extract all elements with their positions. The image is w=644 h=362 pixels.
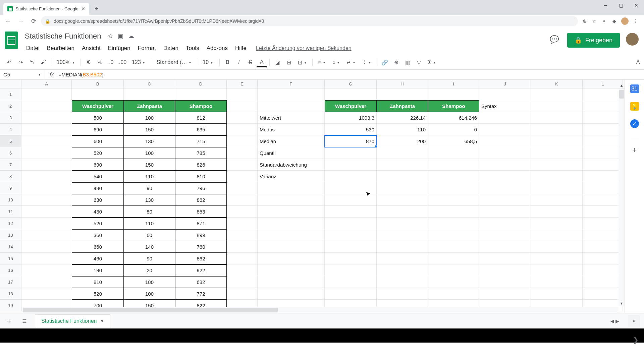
sheet-next-button[interactable]: ▶	[615, 318, 619, 324]
cell-E2[interactable]	[227, 100, 258, 112]
cell-L5[interactable]	[583, 135, 623, 147]
cell-B2[interactable]: Waschpulver	[72, 100, 124, 112]
cell-H5[interactable]: 200	[377, 135, 428, 147]
cell-J4[interactable]	[479, 124, 531, 135]
cell-H4[interactable]: 110	[377, 124, 428, 135]
cell-E10[interactable]	[227, 194, 258, 206]
col-header-a[interactable]: A	[21, 80, 72, 88]
sheets-logo[interactable]	[3, 30, 20, 55]
star-icon[interactable]: ☆	[591, 18, 597, 24]
cell-F18[interactable]	[258, 288, 325, 300]
cell-L14[interactable]	[583, 241, 623, 253]
cell-L8[interactable]	[583, 171, 623, 182]
cell-F16[interactable]	[258, 264, 325, 276]
cell-E13[interactable]	[227, 229, 258, 241]
cell-H11[interactable]	[377, 206, 428, 218]
col-header-k[interactable]: K	[531, 80, 583, 88]
col-header-g[interactable]: G	[325, 80, 377, 88]
cell-D4[interactable]: 635	[175, 124, 227, 135]
cell-L4[interactable]	[583, 124, 623, 135]
cell-C11[interactable]: 80	[124, 206, 175, 218]
cell-B15[interactable]: 460	[72, 253, 124, 264]
cell-D16[interactable]: 922	[175, 264, 227, 276]
cell-H16[interactable]	[377, 264, 428, 276]
cell-L16[interactable]	[583, 264, 623, 276]
cell-H7[interactable]	[377, 159, 428, 171]
cell-D18[interactable]: 772	[175, 288, 227, 300]
cell-F2[interactable]	[258, 100, 325, 112]
cell-I18[interactable]	[428, 288, 479, 300]
cell-A11[interactable]	[21, 206, 72, 218]
cell-C8[interactable]: 110	[124, 171, 175, 182]
cell-L7[interactable]	[583, 159, 623, 171]
strikethrough-button[interactable]: S	[245, 57, 255, 67]
cell-A4[interactable]	[21, 124, 72, 135]
cell-B16[interactable]: 190	[72, 264, 124, 276]
cell-K10[interactable]	[531, 194, 583, 206]
cell-I15[interactable]	[428, 253, 479, 264]
row-header-4[interactable]: 4	[0, 124, 21, 135]
select-all-corner[interactable]	[0, 80, 21, 88]
cell-J16[interactable]	[479, 264, 531, 276]
cell-H14[interactable]	[377, 241, 428, 253]
borders-button[interactable]: ⊞	[284, 57, 294, 67]
cell-G10[interactable]	[325, 194, 377, 206]
cell-H8[interactable]	[377, 171, 428, 182]
cell-G9[interactable]	[325, 182, 377, 194]
cell-F1[interactable]	[258, 88, 325, 100]
cell-K14[interactable]	[531, 241, 583, 253]
cell-L12[interactable]	[583, 218, 623, 229]
menu-datei[interactable]: Datei	[23, 44, 43, 53]
cell-C10[interactable]: 130	[124, 194, 175, 206]
share-button[interactable]: 🔒 Freigeben	[567, 33, 620, 48]
cell-L18[interactable]	[583, 288, 623, 300]
cell-K2[interactable]	[531, 100, 583, 112]
cell-G14[interactable]	[325, 241, 377, 253]
extensions-icon[interactable]: ✦	[601, 18, 607, 24]
cell-C2[interactable]: Zahnpasta	[124, 100, 175, 112]
cell-D14[interactable]: 760	[175, 241, 227, 253]
cell-J11[interactable]	[479, 206, 531, 218]
cell-D9[interactable]: 796	[175, 182, 227, 194]
row-header-18[interactable]: 18	[0, 288, 21, 300]
cell-D10[interactable]: 862	[175, 194, 227, 206]
move-icon[interactable]: ▣	[118, 33, 123, 40]
cell-J17[interactable]	[479, 276, 531, 288]
cell-E3[interactable]	[227, 112, 258, 124]
cell-G7[interactable]	[325, 159, 377, 171]
cell-I5[interactable]: 658,5	[428, 135, 479, 147]
cell-B7[interactable]: 690	[72, 159, 124, 171]
cell-F10[interactable]	[258, 194, 325, 206]
maximize-button[interactable]: ▢	[613, 0, 629, 11]
col-header-b[interactable]: B	[72, 80, 124, 88]
cell-E17[interactable]	[227, 276, 258, 288]
close-tab-icon[interactable]: ✕	[81, 6, 85, 11]
cell-H12[interactable]	[377, 218, 428, 229]
col-header-l[interactable]: L	[583, 80, 623, 88]
cell-D17[interactable]: 682	[175, 276, 227, 288]
row-header-7[interactable]: 7	[0, 159, 21, 171]
cell-B10[interactable]: 630	[72, 194, 124, 206]
functions-button[interactable]: Σ▼	[425, 59, 439, 65]
horizontal-align-button[interactable]: ≡▼	[315, 59, 328, 65]
print-button[interactable]: 🖶	[27, 57, 37, 67]
undo-button[interactable]: ↶	[4, 57, 14, 67]
cell-D15[interactable]: 862	[175, 253, 227, 264]
cell-D3[interactable]: 812	[175, 112, 227, 124]
cell-K7[interactable]	[531, 159, 583, 171]
side-panel-toggle[interactable]: ❯	[633, 336, 639, 344]
cell-F11[interactable]	[258, 206, 325, 218]
cell-K18[interactable]	[531, 288, 583, 300]
cell-F14[interactable]	[258, 241, 325, 253]
cell-G3[interactable]: 1003,3	[325, 112, 377, 124]
cell-C16[interactable]: 20	[124, 264, 175, 276]
cell-K6[interactable]	[531, 147, 583, 159]
cell-E9[interactable]	[227, 182, 258, 194]
cell-C1[interactable]	[124, 88, 175, 100]
cell-D8[interactable]: 810	[175, 171, 227, 182]
cell-B12[interactable]: 520	[72, 218, 124, 229]
all-sheets-button[interactable]: ≡	[19, 317, 30, 325]
cell-C4[interactable]: 150	[124, 124, 175, 135]
cell-A12[interactable]	[21, 218, 72, 229]
cell-C14[interactable]: 140	[124, 241, 175, 253]
